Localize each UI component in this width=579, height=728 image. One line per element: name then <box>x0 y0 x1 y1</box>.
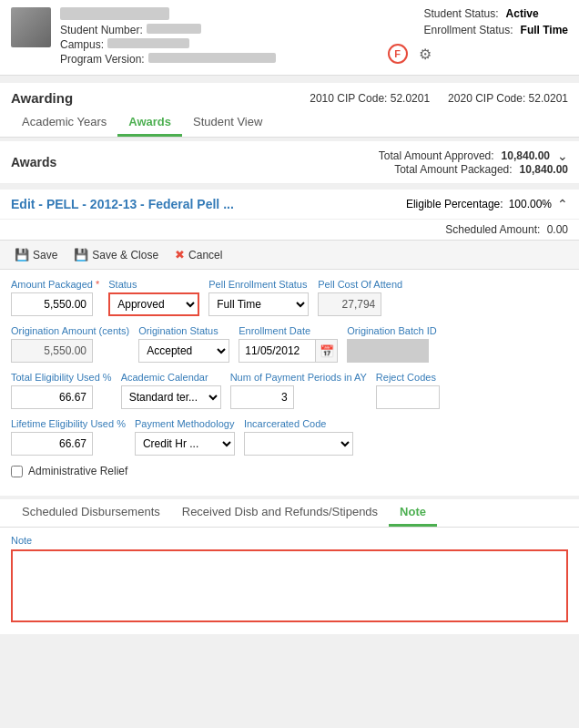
chevron-down-icon[interactable]: ⌄ <box>557 149 568 163</box>
tab-received-disb[interactable]: Received Disb and Refunds/Stipends <box>171 499 389 527</box>
num-payment-input[interactable] <box>230 385 294 409</box>
total-approved-label: Total Amount Approved: <box>379 149 494 162</box>
incarcerated-label: Incarcerated Code <box>244 418 353 429</box>
total-eligibility-label: Total Eligibility Used % <box>11 372 112 383</box>
lifetime-eligibility-group: Lifetime Eligibility Used % <box>11 418 126 456</box>
enrollment-status-value: Full Time <box>521 24 568 36</box>
note-textarea[interactable] <box>11 549 568 622</box>
awarding-section: Awarding 2010 CIP Code: 52.0201 2020 CIP… <box>0 83 579 138</box>
toolbar: 💾 Save 💾 Save & Close ✖ Cancel <box>0 240 579 270</box>
form-row-3: Total Eligibility Used % Academic Calend… <box>11 372 568 409</box>
total-eligibility-input[interactable] <box>11 385 93 409</box>
program-value <box>148 53 276 63</box>
student-status-label: Student Status: <box>424 7 499 20</box>
pell-enrollment-select[interactable]: Full Time Three Quarter Half Time Less T… <box>208 292 309 316</box>
campus-value <box>107 38 189 48</box>
awarding-title: Awarding <box>11 90 73 106</box>
cancel-button[interactable]: ✖ Cancel <box>171 246 226 263</box>
campus-label: Campus: <box>60 38 104 51</box>
amount-packaged-input[interactable] <box>11 292 93 316</box>
pell-enrollment-label: Pell Enrollment Status <box>208 279 309 290</box>
enrollment-status-label: Enrollment Status: <box>424 24 513 36</box>
awards-panel: Awards Total Amount Approved: 10,840.00 … <box>0 141 579 184</box>
origination-batch-group: Origination Batch ID <box>347 325 436 363</box>
status-select[interactable]: Approved Pending Denied Estimated <box>108 292 199 316</box>
form-area: Amount Packaged * Status Approved Pendin… <box>0 270 579 496</box>
calendar-icon[interactable]: 📅 <box>316 339 338 363</box>
academic-calendar-select[interactable]: Standard ter... Non-Standard <box>121 385 221 409</box>
pell-cost-group: Pell Cost Of Attend <box>318 279 402 316</box>
cip-codes: 2010 CIP Code: 52.0201 2020 CIP Code: 52… <box>310 92 568 105</box>
student-info-details: Student Number: Campus: Program Version: <box>60 7 276 67</box>
reject-codes-input[interactable] <box>376 385 440 409</box>
gear-icon[interactable]: ⚙ <box>415 44 435 64</box>
required-star: * <box>96 279 99 290</box>
pell-cost-input <box>318 292 381 316</box>
origination-status-group: Origination Status Accepted Pending Sent <box>138 325 229 363</box>
payment-methodology-label: Payment Methodology <box>135 418 235 429</box>
tab-academic-years[interactable]: Academic Years <box>11 109 117 137</box>
student-number-row: Student Number: <box>60 24 276 36</box>
student-number-value <box>147 24 201 34</box>
origination-batch-input <box>347 339 429 363</box>
incarcerated-select[interactable] <box>244 432 353 456</box>
eligible-value: 100.00% <box>509 198 552 210</box>
program-row: Program Version: <box>60 53 276 66</box>
total-approved-value: 10,840.00 <box>502 149 550 162</box>
academic-calendar-group: Academic Calendar Standard ter... Non-St… <box>121 372 221 409</box>
awarding-header: Awarding 2010 CIP Code: 52.0201 2020 CIP… <box>0 83 579 106</box>
reject-codes-group: Reject Codes <box>376 372 440 409</box>
total-packaged-label: Total Amount Packaged: <box>394 163 512 176</box>
payment-methodology-group: Payment Methodology Credit Hr ... Clock … <box>135 418 235 456</box>
lifetime-eligibility-label: Lifetime Eligibility Used % <box>11 418 126 429</box>
note-section: Note <box>0 528 579 634</box>
admin-relief-checkbox[interactable] <box>11 466 23 477</box>
origination-batch-label: Origination Batch ID <box>347 325 436 336</box>
student-number-label: Student Number: <box>60 24 143 36</box>
num-payment-group: Num of Payment Periods in AY <box>230 372 367 409</box>
f-icon-button[interactable]: F <box>388 44 408 64</box>
student-status-section: Student Status: Active Enrollment Status… <box>424 7 569 38</box>
tab-scheduled-disbursements[interactable]: Scheduled Disbursements <box>11 499 171 527</box>
cancel-label: Cancel <box>188 249 222 261</box>
tab-awards[interactable]: Awards <box>117 109 182 137</box>
awarding-tabs: Academic Years Awards Student View <box>0 109 579 137</box>
scheduled-value: 0.00 <box>547 223 568 236</box>
admin-relief-row: Administrative Relief <box>11 465 568 477</box>
enrollment-date-input[interactable] <box>239 339 316 363</box>
num-payment-label: Num of Payment Periods in AY <box>230 372 367 383</box>
origination-amount-label: Origination Amount (cents) <box>11 325 129 336</box>
student-status-value: Active <box>506 7 539 20</box>
origination-amount-input <box>11 339 93 363</box>
form-row-4: Lifetime Eligibility Used % Payment Meth… <box>11 418 568 456</box>
campus-row: Campus: <box>60 38 276 51</box>
bottom-tabs: Scheduled Disbursements Received Disb an… <box>0 499 579 527</box>
tab-student-view[interactable]: Student View <box>182 109 273 137</box>
cancel-icon: ✖ <box>175 248 185 261</box>
enrollment-date-wrapper: 📅 <box>239 339 338 363</box>
eligible-label: Eligible Percentage: <box>406 198 503 210</box>
tab-note[interactable]: Note <box>389 499 437 527</box>
edit-title: Edit - PELL - 2012-13 - Federal Pell ... <box>11 197 234 211</box>
reject-codes-label: Reject Codes <box>376 372 440 383</box>
enrollment-date-group: Enrollment Date 📅 <box>239 325 338 363</box>
save-label: Save <box>33 249 57 261</box>
lifetime-eligibility-input[interactable] <box>11 432 93 456</box>
amount-packaged-group: Amount Packaged * <box>11 279 99 316</box>
admin-relief-label: Administrative Relief <box>28 465 127 477</box>
origination-status-select[interactable]: Accepted Pending Sent <box>138 339 229 363</box>
top-right-info: Student Status: Active Enrollment Status… <box>388 7 569 38</box>
enrollment-date-label: Enrollment Date <box>239 325 338 336</box>
total-packaged-line: Total Amount Packaged: 10,840.00 <box>379 163 568 176</box>
payment-methodology-select[interactable]: Credit Hr ... Clock Hr <box>135 432 235 456</box>
chevron-up-icon[interactable]: ⌃ <box>557 197 568 211</box>
scheduled-label: Scheduled Amount: <box>445 223 540 236</box>
form-row-2: Origination Amount (cents) Origination S… <box>11 325 568 363</box>
save-close-button[interactable]: 💾 Save & Close <box>70 246 162 263</box>
save-button[interactable]: 💾 Save <box>11 246 61 263</box>
cip-2020: 2020 CIP Code: 52.0201 <box>448 92 568 105</box>
awards-header: Awards Total Amount Approved: 10,840.00 … <box>0 141 579 184</box>
academic-calendar-label: Academic Calendar <box>121 372 221 383</box>
pell-enrollment-group: Pell Enrollment Status Full Time Three Q… <box>208 279 309 316</box>
total-packaged-value: 10,840.00 <box>520 163 568 176</box>
